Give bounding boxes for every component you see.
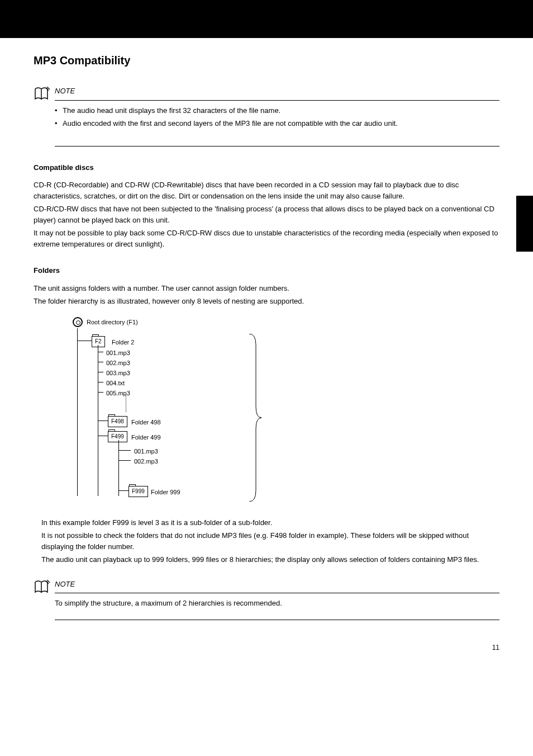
note-label: NOTE (55, 579, 499, 590)
folder-label: Folder 999 (151, 488, 180, 497)
disc-icon (73, 317, 83, 327)
note-item: Audio encoded with the first and second … (55, 118, 499, 129)
body-text: CD-R/CD-RW discs that have not been subj… (34, 204, 499, 225)
file-name: 001.mp3 (134, 447, 158, 456)
note-item: The audio head unit displays the first 3… (55, 105, 499, 116)
brace-icon (248, 334, 261, 502)
note-text: To simplify the structure, a maximum of … (55, 598, 499, 609)
section-title-folders: Folders (34, 265, 499, 276)
subtitle: MP3 Compatibility (34, 52, 499, 69)
folder-box: F499 (108, 431, 127, 442)
file-name: 002.mp3 (106, 358, 130, 368)
body-text: The audio unit can playback up to 999 fo… (34, 554, 499, 565)
note-label: NOTE (55, 86, 499, 97)
manual-icon (34, 87, 55, 101)
folder-tree-diagram: Root directory (F1) F2 Folder 2 001.mp3 … (73, 317, 499, 507)
file-name: 003.mp3 (106, 368, 130, 378)
root-label: Root directory (F1) (87, 318, 138, 327)
body-text: It is not possible to check the folders … (34, 530, 499, 552)
folder-box: F498 (108, 416, 127, 427)
file-name: 002.mp3 (134, 457, 158, 466)
body-text: The folder hierarchy is as illustrated, … (34, 296, 499, 307)
folder-label: Folder 2 (112, 338, 134, 347)
file-name: 001.mp3 (106, 348, 130, 358)
file-name: 004.txt (106, 379, 125, 388)
manual-icon (34, 580, 55, 594)
file-name: 005.mp3 (106, 389, 130, 398)
folder-box: F999 (129, 486, 148, 497)
section-title-discs: Compatible discs (34, 162, 499, 173)
page-number: 11 (34, 642, 499, 653)
folder-label: Folder 499 (131, 433, 161, 442)
body-text: CD-R (CD-Recordable) and CD-RW (CD-Rewri… (34, 179, 499, 201)
body-text: It may not be possible to play back some… (34, 228, 499, 249)
body-text: In this example folder F999 is level 3 a… (34, 517, 499, 528)
body-text: The unit assigns folders with a number. … (34, 283, 499, 294)
folder-label: Folder 498 (131, 418, 161, 427)
